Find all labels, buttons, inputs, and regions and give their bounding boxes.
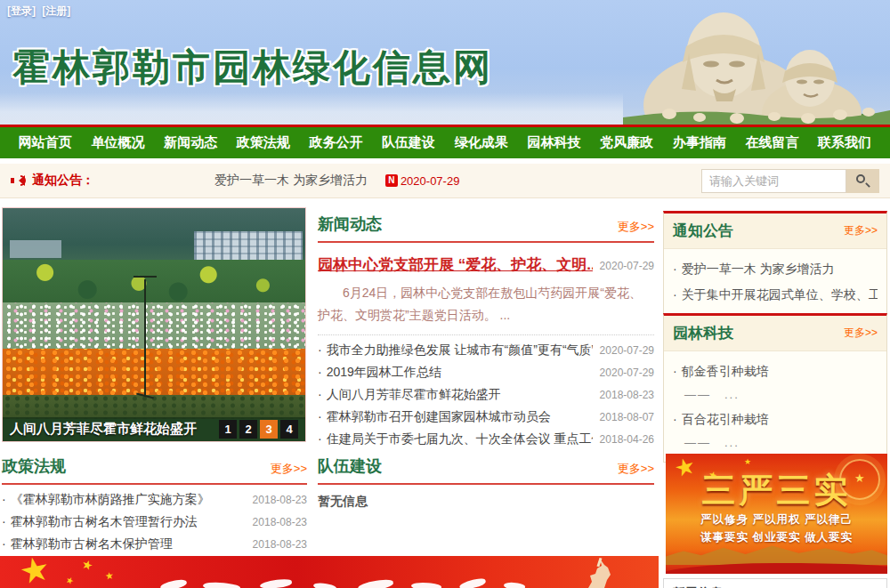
news-row: 霍林郭勒市召开创建国家园林城市动员会 2018-08-07 <box>318 406 654 428</box>
policy-row: 霍林郭勒市古树名木保护管理 2018-08-23 <box>2 533 307 555</box>
news-item-link[interactable]: 2019年园林工作总结 <box>318 365 593 381</box>
team-more-link[interactable]: 更多>> <box>618 461 654 477</box>
news-title: 新闻动态 <box>318 213 382 235</box>
nav-item-tech[interactable]: 园林科技 <box>527 134 580 151</box>
nav-item-guide[interactable]: 办事指南 <box>673 134 726 151</box>
news-item-link[interactable]: 住建局关于市委七届九次、十次全体会议 重点工作任... <box>318 431 593 447</box>
tech-item-sub: —— ... <box>673 432 878 455</box>
header-banner: [登录] [注册] 霍林郭勒市园林绿化信息网 <box>0 0 890 125</box>
login-link[interactable]: [登录] <box>7 4 36 17</box>
section-policy: 政策法规 更多>> 《霍林郭勒市林荫路推广实施方案》 2018-08-23 霍林… <box>2 455 307 555</box>
section-news: 新闻动态 更多>> 园林中心党支部开展 “爱花、护花、文明... 2020-07… <box>318 213 654 450</box>
news-item-link[interactable]: 霍林郭勒市召开创建国家园林城市动员会 <box>318 409 593 425</box>
star-icon: ★ <box>80 556 95 573</box>
nav-item-gov-affairs[interactable]: 政务公开 <box>309 134 362 151</box>
pager-2[interactable]: 2 <box>239 420 257 439</box>
notice-label: 通知公告： <box>32 173 94 189</box>
section-team: 队伍建设 更多>> 暂无信息 <box>318 455 654 510</box>
nav-item-news[interactable]: 新闻动态 <box>164 134 217 151</box>
search-input[interactable] <box>701 169 846 193</box>
search-box <box>701 169 879 193</box>
photo-slider[interactable]: 人间八月芳菲尽霍市鲜花始盛开 1 2 3 4 <box>2 207 306 442</box>
notice-date: 2020-07-29 <box>400 174 460 188</box>
party-banner-line1: 严以修身 严以用权 严以律己 <box>666 512 887 528</box>
sidebar-notices-box: 通知公告 更多>> 爱护一草一木 为家乡增活力 关于集中开展花园式单位、学校、工… <box>663 211 887 317</box>
slider-caption-bar: 人间八月芳菲尽霍市鲜花始盛开 1 2 3 4 <box>3 417 305 441</box>
nav-item-team[interactable]: 队伍建设 <box>382 134 435 151</box>
featured-news-date: 2020-07-29 <box>600 260 654 272</box>
policy-item-date: 2018-08-23 <box>253 538 307 551</box>
news-more-link[interactable]: 更多>> <box>618 219 654 235</box>
star-icon: ★ <box>744 457 751 466</box>
site-title: 霍林郭勒市园林绿化信息网 <box>12 43 493 93</box>
notice-item-link[interactable]: 关于集中开展花园式单位、学校、工厂... <box>673 282 878 308</box>
statue-silhouette <box>577 558 612 588</box>
party-banner-line2: 谋事要实 创业要实 做人要实 <box>666 530 887 545</box>
auth-links: [登录] [注册] <box>7 4 74 19</box>
policy-item-link[interactable]: 《霍林郭勒市林荫路推广实施方案》 <box>2 492 246 508</box>
page: [登录] [注册] 霍林郭勒市园林绿化信息网 网站首页 单位概况 新闻动态 政策… <box>0 0 890 588</box>
search-icon <box>856 174 865 183</box>
team-title: 队伍建设 <box>318 455 382 477</box>
nav-item-about[interactable]: 单位概况 <box>91 134 144 151</box>
main-nav: 网站首页 单位概况 新闻动态 政策法规 政务公开 队伍建设 绿化成果 园林科技 … <box>0 125 890 158</box>
new-badge-icon: N <box>385 174 398 187</box>
nav-item-policy[interactable]: 政策法规 <box>237 134 290 151</box>
team-empty-text: 暂无信息 <box>318 494 654 510</box>
news-item-date: 2018-08-23 <box>600 389 654 401</box>
sidebar-tech-box: 园林科技 更多>> 郁金香引种栽培 —— ... 百合花引种栽培 —— ... <box>663 313 887 463</box>
news-list: 我市全力助推绿色发展 让城市有“颜值”更有“气质” 2020-07-29 201… <box>318 339 654 450</box>
bottom-right-box: 暂无信息 <box>663 578 887 588</box>
tech-item-link[interactable]: 百合花引种栽培 <box>673 407 878 432</box>
policy-row: 《霍林郭勒市林荫路推广实施方案》 2018-08-23 <box>2 488 307 511</box>
policy-title: 政策法规 <box>2 455 66 477</box>
notice-bar: 通知公告： 爱护一草一木 为家乡增活力 N 2020-07-29 <box>0 164 890 198</box>
featured-news-title[interactable]: 园林中心党支部开展 “爱花、护花、文明... <box>318 254 593 275</box>
star-icon: ★ <box>64 575 76 587</box>
party-banner[interactable]: ★ ★ ★ 三严三实 严以修身 严以用权 严以律己 谋事要实 创业要实 做人要实 <box>666 454 887 574</box>
news-row: 住建局关于市委七届九次、十次全体会议 重点工作任... 2018-04-26 <box>318 428 654 450</box>
tech-more-link[interactable]: 更多>> <box>844 326 878 341</box>
genghis-khan-statues-image <box>623 0 890 125</box>
nav-item-home[interactable]: 网站首页 <box>19 134 72 151</box>
pager-4[interactable]: 4 <box>280 420 298 439</box>
pager-3[interactable]: 3 <box>260 420 278 439</box>
news-item-date: 2018-08-07 <box>600 411 654 423</box>
policy-list: 《霍林郭勒市林荫路推广实施方案》 2018-08-23 霍林郭勒市古树名木管理暂… <box>2 488 307 555</box>
news-row: 我市全力助推绿色发展 让城市有“颜值”更有“气质” 2020-07-29 <box>318 339 654 361</box>
tech-item-sub: —— ... <box>673 384 878 407</box>
great-wall-silhouette <box>666 544 887 565</box>
star-icon: ★ <box>104 569 115 582</box>
bottom-propaganda-banner[interactable]: ★ ★ ★ ★ <box>0 556 659 588</box>
slider-image <box>3 208 305 441</box>
news-item-date: 2018-04-26 <box>600 433 654 446</box>
cloud-band <box>0 93 623 125</box>
policy-row: 霍林郭勒市古树名木管理暂行办法 2018-08-23 <box>2 511 307 533</box>
party-banner-title: 三严三实 <box>666 468 887 513</box>
policy-more-link[interactable]: 更多>> <box>271 461 307 477</box>
news-item-link[interactable]: 人间八月芳菲尽霍市鲜花始盛开 <box>318 387 593 403</box>
notices-box-title: 通知公告 <box>673 221 733 241</box>
notice-announcement-link[interactable]: 爱护一草一木 为家乡增活力 <box>214 173 368 189</box>
news-item-link[interactable]: 我市全力助推绿色发展 让城市有“颜值”更有“气质” <box>318 342 593 358</box>
policy-item-date: 2018-08-23 <box>253 494 307 506</box>
notice-item-link[interactable]: 爱护一草一木 为家乡增活力 <box>673 256 878 282</box>
slider-caption[interactable]: 人间八月芳菲尽霍市鲜花始盛开 <box>10 421 197 438</box>
star-icon: ★ <box>16 556 53 588</box>
search-button[interactable] <box>846 169 879 193</box>
nav-item-contact[interactable]: 联系我们 <box>818 134 871 151</box>
news-row: 2019年园林工作总结 2020-07-29 <box>318 361 654 383</box>
tech-box-title: 园林科技 <box>673 323 733 343</box>
nav-item-achievements[interactable]: 绿化成果 <box>455 134 508 151</box>
notices-more-link[interactable]: 更多>> <box>844 223 878 238</box>
news-item-date: 2020-07-29 <box>600 366 654 379</box>
slider-pager: 1 2 3 4 <box>219 420 298 439</box>
pager-1[interactable]: 1 <box>219 420 237 439</box>
tech-item-link[interactable]: 郁金香引种栽培 <box>673 358 878 384</box>
news-row: 人间八月芳菲尽霍市鲜花始盛开 2018-08-23 <box>318 383 654 406</box>
register-link[interactable]: [注册] <box>42 4 70 17</box>
nav-item-message[interactable]: 在线留言 <box>745 134 798 151</box>
policy-item-link[interactable]: 霍林郭勒市古树名木保护管理 <box>2 536 246 552</box>
nav-item-party[interactable]: 党风廉政 <box>600 134 653 151</box>
policy-item-link[interactable]: 霍林郭勒市古树名木管理暂行办法 <box>2 514 246 530</box>
